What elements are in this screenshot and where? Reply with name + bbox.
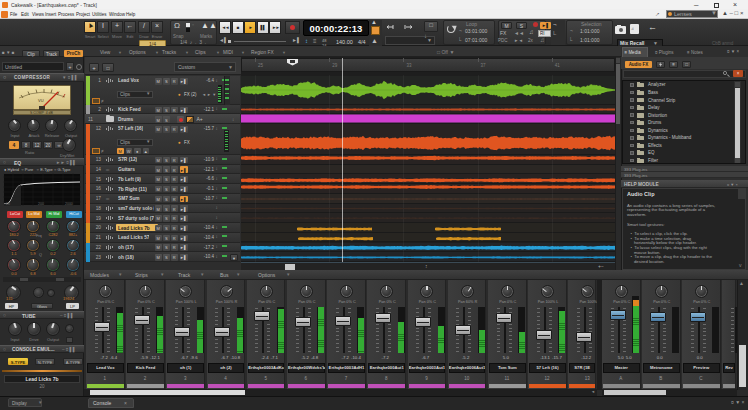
svg-text:VU: VU bbox=[38, 98, 44, 103]
svg-text:20: 20 bbox=[6, 202, 10, 206]
svg-text:200: 200 bbox=[38, 202, 44, 206]
svg-text:2000: 2000 bbox=[65, 202, 73, 206]
